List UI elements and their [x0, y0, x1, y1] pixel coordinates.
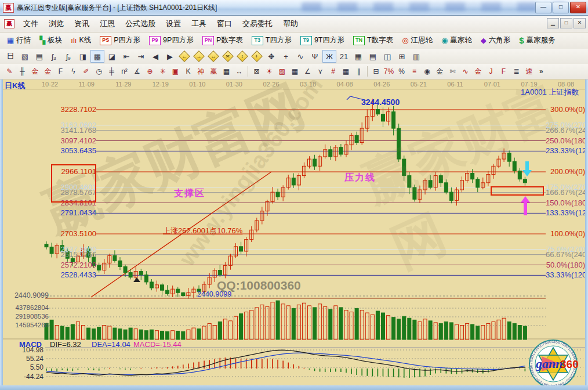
draw-grid-box-icon[interactable]: ▦ — [289, 65, 301, 78]
draw-f-line-icon[interactable]: F — [498, 65, 510, 78]
draw-multi-line-icon[interactable]: ≣ — [510, 65, 522, 78]
draw-pencil-icon[interactable]: ✎ — [3, 65, 16, 78]
crosshair-icon[interactable]: + — [279, 50, 293, 63]
draw-ying-ruler-icon[interactable]: 赢 — [208, 65, 220, 78]
toolbar-button-T四方形[interactable]: T3T四方形 — [248, 34, 295, 47]
pattern-icon[interactable]: ▧ — [18, 50, 32, 63]
draw-spring-icon[interactable]: ϟ — [67, 65, 79, 78]
save-icon[interactable]: ◫ — [380, 50, 394, 63]
draw-gold-hline2-icon[interactable]: 金 — [472, 65, 484, 78]
draw-speed-line-icon[interactable]: 速 — [523, 65, 535, 78]
last-bar-icon[interactable]: ⇥ — [134, 50, 148, 63]
draw-fence-icon[interactable]: ╫ — [16, 65, 28, 78]
ruler-purple-icon[interactable]: Ψ — [308, 50, 322, 63]
maximize-button[interactable]: □ — [553, 2, 569, 13]
toolbar-button-P四方形[interactable]: PSP四方形 — [96, 34, 144, 47]
draw-grid123-icon[interactable]: ▦ — [220, 65, 233, 78]
draw-shade-box-icon[interactable]: ▨ — [276, 65, 288, 78]
draw-vee-icon[interactable]: ⋎ — [314, 65, 326, 78]
minichart3-icon[interactable]: ʃ₃ — [47, 50, 61, 63]
diamond-right-icon[interactable]: → — [192, 50, 206, 63]
calculator-icon[interactable]: ▦ — [351, 50, 365, 63]
draw-knife-icon[interactable]: ✄ — [447, 65, 459, 78]
draw-gold-ruler2-icon[interactable]: 金 — [42, 65, 54, 78]
draw-shen-ruler-icon[interactable]: 神 — [195, 65, 207, 78]
draw-time-circle-icon[interactable]: ◷ — [93, 65, 105, 78]
toolbar-button-六角形[interactable]: ◆六角形 — [477, 34, 514, 47]
toolbar-button-行情[interactable]: ▦行情 — [3, 34, 34, 47]
mdi-restore-button[interactable]: □ — [560, 18, 572, 28]
draw-angle-icon[interactable]: ∡ — [131, 65, 143, 78]
calendar-icon[interactable]: 21 — [337, 50, 351, 63]
draw-gold-ruler-icon[interactable]: 金 — [29, 65, 41, 78]
draw-grid-circle-icon[interactable]: ▣ — [169, 65, 182, 78]
close-button[interactable]: ✕ — [570, 2, 586, 13]
toolbar-button-P数字表[interactable]: PNP数字表 — [199, 34, 246, 47]
diamond-hexpand-icon[interactable]: ↔ — [206, 50, 220, 63]
diamond-left-icon[interactable]: ← — [177, 50, 191, 63]
candle-style-select[interactable]: ◨ — [76, 50, 90, 63]
first-bar-icon[interactable]: ⇤ — [119, 50, 133, 63]
mdi-minimize-button[interactable]: ▁ — [547, 18, 559, 28]
draw-hspan-icon[interactable]: ↔ — [233, 65, 245, 78]
draw-slashes-icon[interactable]: ∥ — [353, 65, 365, 78]
menu-item-7[interactable]: 窗口 — [212, 16, 237, 31]
draw-grid1-icon[interactable]: # — [327, 65, 339, 78]
step-right-icon[interactable]: ▶ — [163, 50, 177, 63]
menu-item-1[interactable]: 浏览 — [43, 16, 69, 31]
print-icon[interactable]: ▥ — [409, 50, 423, 63]
draw-wave-a-icon[interactable]: ∿ — [459, 65, 471, 78]
draw-box-icon[interactable]: ⊠ — [251, 65, 263, 78]
mdi-close-button[interactable]: ✕ — [574, 18, 586, 28]
draw-gold-hline-icon[interactable]: 金 — [434, 65, 446, 78]
draw-gold-circle-icon[interactable]: ◉ — [421, 65, 433, 78]
screener-icon[interactable]: ▩ — [90, 50, 104, 63]
color-flag-icon[interactable]: ◪ — [105, 50, 119, 63]
draw-pct-lines-icon[interactable]: ≡ — [408, 65, 420, 78]
toolbar-button-T数字表[interactable]: TNT数字表 — [350, 34, 397, 47]
menu-item-2[interactable]: 资讯 — [69, 16, 95, 31]
minichart9-icon[interactable]: ʃ₉ — [61, 50, 75, 63]
wave-tool-icon[interactable]: ∿ — [293, 50, 307, 63]
notebook-icon[interactable]: ▤ — [366, 50, 380, 63]
diamond-hshrink-icon[interactable]: ≍ — [221, 50, 235, 63]
toolbar-overflow-button[interactable]: » — [539, 67, 543, 75]
draw-star-icon[interactable]: ✳ — [157, 65, 169, 78]
draw-j-line-icon[interactable]: J — [485, 65, 497, 78]
draw-f-ruler-icon[interactable]: F — [55, 65, 67, 78]
toolbar-button-K线[interactable]: ılıK线 — [67, 34, 95, 47]
menu-item-4[interactable]: 公式选股 — [120, 16, 161, 31]
menu-item-0[interactable]: 文件 — [18, 16, 43, 31]
diamond-fullexpand-icon[interactable]: + — [250, 50, 264, 63]
draw-angle-lines-icon[interactable]: ∠ — [302, 65, 314, 78]
diamond-vexpand-icon[interactable]: ↕ — [235, 50, 249, 63]
title-bar[interactable]: 赢 赢家江恩专业版[赢家服务平台] - [上证指数 SH1A0001-201日K… — [0, 0, 588, 16]
draw-brush-icon[interactable]: ✐ — [80, 65, 92, 78]
draw-fence2-icon[interactable]: ╪ — [106, 65, 118, 78]
draw-pct7-icon[interactable]: 7% — [383, 65, 395, 78]
toolbar-button-赢家服务[interactable]: $赢家服务 — [516, 34, 558, 47]
draw-pct-icon[interactable]: % — [395, 65, 408, 78]
info-list-icon[interactable]: ▤ — [32, 50, 46, 63]
menu-item-5[interactable]: 设置 — [161, 16, 186, 31]
toolbar-button-9T四方形[interactable]: T99T四方形 — [297, 34, 348, 47]
export-icon[interactable]: ⊞ — [395, 50, 409, 63]
step-left-icon[interactable]: ◀ — [148, 50, 162, 63]
draw-circle-cross-icon[interactable]: ⊕ — [144, 65, 156, 78]
menu-item-9[interactable]: 帮助 — [278, 16, 303, 31]
draw-grid2-icon[interactable]: ▦ — [340, 65, 352, 78]
draw-rays-icon[interactable]: ☀ — [263, 65, 275, 78]
toolbar-button-赢家轮[interactable]: ◉赢家轮 — [438, 34, 476, 47]
toolbar-button-板块[interactable]: ▚板块 — [36, 34, 66, 47]
minimize-button[interactable]: — — [535, 2, 551, 13]
menu-item-8[interactable]: 交易委托 — [237, 16, 278, 31]
hand-icon[interactable]: ✥ — [264, 50, 278, 63]
toolbar-button-江恩轮[interactable]: ◎江恩轮 — [398, 34, 436, 47]
menu-item-3[interactable]: 江恩 — [95, 16, 120, 31]
draw-k-quote-icon[interactable]: K — [182, 65, 194, 78]
ruler-green-icon[interactable]: Ж — [322, 50, 336, 63]
menu-item-6[interactable]: 工具 — [186, 16, 212, 31]
draw-square-of-nine-icon[interactable]: n² — [118, 65, 130, 78]
toolbar-button-9P四方形[interactable]: P99P四方形 — [146, 34, 197, 47]
draw-ratio-icon[interactable]: ⊟ — [370, 65, 382, 78]
